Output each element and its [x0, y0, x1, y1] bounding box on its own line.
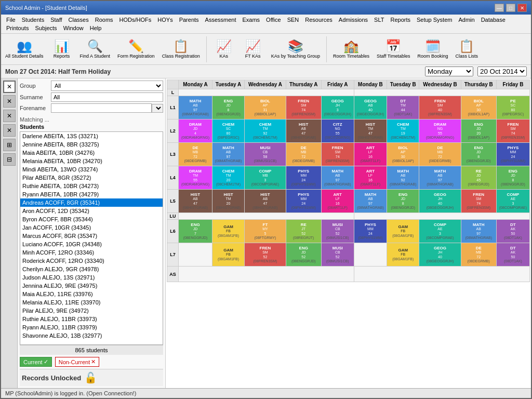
forename-label: Forename: [20, 105, 51, 111]
toolbar-room-timetables[interactable]: 🏫 Room Timetables: [331, 39, 371, 60]
current-label: Current: [23, 359, 43, 365]
menu-exams[interactable]: Exams: [239, 16, 263, 24]
student-item[interactable]: Jennine ABEITA, 8BR (33275): [20, 140, 163, 149]
toolbar-all-student-details[interactable]: 👥 All Student Details: [3, 39, 46, 60]
sidebar-icon-1[interactable]: ✕: [3, 81, 16, 93]
menu-hoys[interactable]: HOYs: [154, 16, 176, 24]
student-item[interactable]: Luciano ACOFF, 10GR (34348): [20, 240, 163, 248]
student-item[interactable]: Jennina ALEJO, 9RE (34975): [20, 282, 163, 290]
cell-L7-tueB: GAMFB(08GAM1FB): [387, 243, 419, 267]
student-item[interactable]: Aron ACOFF, 12D (35342): [20, 207, 163, 215]
menu-setup[interactable]: Setup System: [414, 16, 455, 24]
minimize-button[interactable]: —: [495, 4, 504, 12]
current-button[interactable]: Current ✓: [20, 357, 52, 367]
toolbar-room-booking[interactable]: 🗓️ Room Booking: [415, 39, 450, 60]
sidebar-icon-6[interactable]: ⊟: [3, 153, 16, 166]
menu-subjects[interactable]: Subjects: [32, 24, 60, 32]
menu-file[interactable]: File: [3, 16, 19, 24]
student-item[interactable]: Darlene ABEITA, 13S (33271): [20, 132, 163, 140]
maximize-button[interactable]: □: [506, 4, 515, 12]
student-item[interactable]: Judson ALEJO, 13S (32971): [20, 273, 163, 282]
sidebar-icon-3[interactable]: ✕: [3, 110, 16, 122]
non-current-button[interactable]: Non-Current ✕: [55, 357, 100, 367]
menu-students[interactable]: Students: [19, 16, 47, 24]
student-item[interactable]: Cherilyn ALEJO, 9GR (34978): [20, 265, 163, 273]
student-item[interactable]: Melania ABEITA, 10BR (34270): [20, 157, 163, 165]
menu-admissions[interactable]: Admissions: [336, 16, 371, 24]
toolbar-reports[interactable]: 📊 Reports: [49, 39, 75, 60]
student-item[interactable]: Maia ABEITA, 10BR (34276): [20, 149, 163, 157]
toolbar-kas[interactable]: 📈 KAs: [211, 39, 237, 60]
menu-admin[interactable]: Admin: [455, 16, 477, 24]
cell-L6-friA: MUSICB52(08MUSI1CB): [321, 220, 354, 243]
student-item[interactable]: Pilar ALEJO, 9RE (34972): [20, 307, 163, 315]
date-select[interactable]: 20 Oct 2014: [477, 66, 527, 76]
header-wednesday-b: Wednesday B: [419, 80, 461, 89]
student-item[interactable]: Minh ACOFF, 12RO (33346): [20, 248, 163, 257]
cell-L1-wedB: FRENSM40(08FREN3SM): [419, 96, 461, 119]
menu-window[interactable]: Window: [60, 24, 87, 32]
student-item[interactable]: Melania ALEJO, 11RE (33970): [20, 298, 163, 307]
cell-L7-friA: MUSICB52(08MUSI1CB): [321, 243, 354, 267]
left-sidebar: ✕ ✕ ✕ ✕ ⊞ ⊟: [1, 78, 18, 388]
matching-label: Matching ...: [20, 116, 163, 123]
menu-resources[interactable]: Resources: [302, 16, 336, 24]
cell-L7-tueA: GAMFB(08GAM1FB): [212, 243, 244, 267]
menu-assessment[interactable]: Assessment: [202, 16, 240, 24]
student-item[interactable]: Jan ACOFF, 10GR (34345): [20, 223, 163, 232]
toolbar-find-student[interactable]: 🔍 Find A Student: [78, 39, 113, 60]
student-item[interactable]: Roderick ACOFF, 12RO (33340): [20, 257, 163, 265]
cell-L3-thuB: ENGJD8(08ENGGRJD): [461, 143, 496, 166]
group-select[interactable]: All: [51, 81, 163, 91]
period-L: L: [167, 89, 179, 96]
cell-L4-tueB: MATHAB92(08MATHGRAB): [387, 166, 419, 190]
student-item[interactable]: Ryann ABEITA, 10BR (34279): [20, 190, 163, 198]
toolbar-form-reg[interactable]: ✏️ Form Registration: [115, 39, 157, 60]
period-L7: L7: [167, 243, 179, 267]
surname-input[interactable]: [51, 92, 163, 102]
toolbar-class-reg[interactable]: 📋 Class Registration: [160, 39, 202, 60]
student-item[interactable]: Pilar ABEITA, 8GR (35272): [20, 174, 163, 182]
forename-dropdown[interactable]: ▾: [152, 104, 163, 113]
day-select[interactable]: Monday Tuesday Wednesday Thursday Friday: [425, 66, 473, 76]
toolbar-staff-timetables[interactable]: 📅 Staff Timetables: [375, 39, 412, 60]
menu-help[interactable]: Help: [87, 24, 105, 32]
student-item[interactable]: Maia ALEJO, 11RE (33976): [20, 290, 163, 298]
student-list[interactable]: Darlene ABEITA, 13S (33271) Jennine ABEI…: [20, 131, 163, 345]
student-item[interactable]: Ruthie ALEJO, 11BR (33973): [20, 315, 163, 323]
cell-L7-thuB: DEMB72(08DEGRMB): [461, 243, 496, 267]
toolbar-kas-teaching[interactable]: 📚 KAs by Teaching Group: [269, 39, 322, 60]
cell-L5-tueA: HISTTM20(08HISTGRAB): [212, 190, 244, 213]
student-item-selected[interactable]: Andreas ACOFF, 8GR (35341): [20, 198, 163, 207]
forename-input[interactable]: [51, 103, 152, 113]
sidebar-icon-5[interactable]: ⊞: [3, 139, 16, 151]
period-LU: LU: [167, 213, 179, 220]
student-item[interactable]: Ryann ALEJO, 11BR (33979): [20, 323, 163, 331]
toolbar-class-lists[interactable]: 📋 Class Lists: [454, 39, 481, 60]
menu-rooms[interactable]: Rooms: [92, 16, 116, 24]
status-message: MP (SchoolAdmin) is logged in. (Open Con…: [5, 390, 136, 396]
lu-a: [179, 213, 354, 220]
menu-sen[interactable]: SEN: [284, 16, 302, 24]
menu-database[interactable]: Database: [478, 16, 509, 24]
students-label: Students: [20, 124, 163, 130]
sidebar-icon-4[interactable]: ✕: [3, 124, 16, 137]
close-button[interactable]: ✕: [517, 4, 527, 12]
student-item[interactable]: Ruthie ABEITA, 10BR (34273): [20, 182, 163, 190]
student-item[interactable]: Shavonne ALEJO, 13B (32977): [20, 331, 163, 340]
menu-office[interactable]: Office: [263, 16, 284, 24]
student-item[interactable]: Byron ACOFF, 8BR (35344): [20, 215, 163, 223]
sidebar-icon-2[interactable]: ✕: [3, 95, 16, 108]
menu-slt[interactable]: SLT: [371, 16, 387, 24]
menu-classes[interactable]: Classes: [65, 16, 92, 24]
student-item[interactable]: Marcus ACOFF, 8GR (35347): [20, 232, 163, 240]
as-a: [179, 267, 354, 282]
menu-hods[interactable]: HODs/HOFs: [116, 16, 155, 24]
menu-printouts[interactable]: Printouts: [3, 24, 32, 32]
toolbar-ft-kas[interactable]: 📈 FT KAs: [240, 39, 266, 60]
checkmark-icon: ✓: [44, 358, 48, 365]
student-item[interactable]: Mindi ABEITA, 13WO (33274): [20, 165, 163, 174]
menu-reports[interactable]: Reports: [387, 16, 414, 24]
menu-staff[interactable]: Staff: [47, 16, 65, 24]
menu-parents[interactable]: Parents: [176, 16, 202, 24]
